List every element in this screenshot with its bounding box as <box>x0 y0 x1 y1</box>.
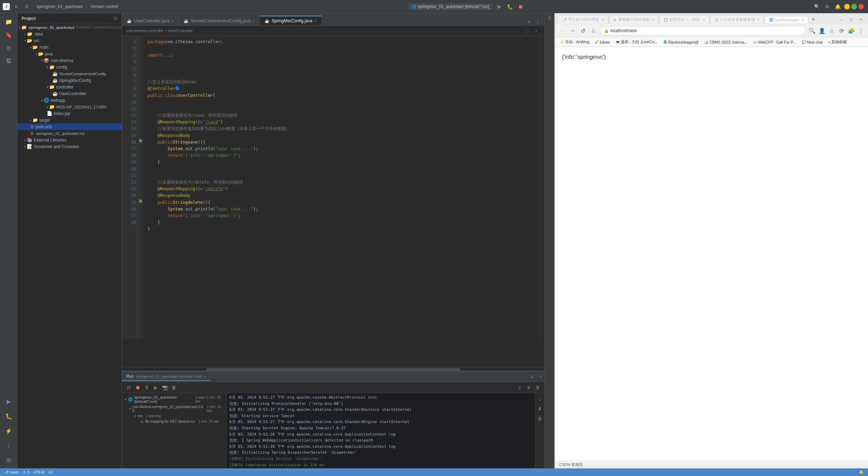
browser-extensions-icon[interactable]: 🧩 <box>847 26 855 35</box>
notifications-icon[interactable]: 🔔 <box>834 3 842 10</box>
tab-close-usercontroller[interactable]: × <box>172 19 174 23</box>
run-wrap-icon[interactable]: ↕ <box>536 395 544 403</box>
gc-btn[interactable]: 🗑 <box>170 384 178 391</box>
pause-btn[interactable]: ⏸ <box>143 384 151 391</box>
search-icon[interactable]: 🔍 <box>813 3 821 10</box>
stop-run-btn[interactable]: ⏹ <box>134 384 142 391</box>
run-tree-module[interactable]: ▾ com.itheima:springmvc_01_quickstart:wa… <box>122 404 226 413</box>
services-panel-icon[interactable]: ⚡ <box>3 425 14 436</box>
tree-item-target[interactable]: ▸ 📁 target <box>17 117 122 123</box>
fav-wikicfp[interactable]: 📖WikiCFP : Call For P... <box>751 39 798 45</box>
tree-item-controller[interactable]: ▾ 📁 controller <box>17 84 122 90</box>
tab-servletinit[interactable]: ☕ ServletContainersInitConfig.java × <box>179 16 260 25</box>
editor-scrollbar[interactable] <box>540 36 545 339</box>
browser-user-icon[interactable]: 👤 <box>818 26 826 35</box>
tab-usercontroller[interactable]: ☕ UserController.java × <box>122 16 179 25</box>
debug-button[interactable]: 🐛 <box>506 3 514 10</box>
stop-button[interactable]: ⏹ <box>517 3 524 10</box>
maven-icon[interactable]: 🏗 <box>3 56 14 67</box>
tab-close-springmvcconfig[interactable]: × <box>314 19 317 23</box>
close-editor-icon[interactable]: × <box>533 27 540 34</box>
status-warnings[interactable]: ⚠ 1 <box>23 470 29 475</box>
tab-springmvcconfig[interactable]: ☕ SpringMvcConfig.java × <box>260 16 322 25</box>
close-tab-pdd[interactable]: × <box>757 18 760 22</box>
run-tree-warning[interactable]: ⚠ No mapping for GET /favicon.ico 1 min.… <box>122 419 226 424</box>
browser-menu-icon[interactable]: ⋮ <box>857 26 865 35</box>
version-control-menu[interactable]: Version control <box>88 3 121 10</box>
run-panel-close-icon[interactable]: × <box>537 373 545 381</box>
project-icon[interactable]: 📁 <box>3 16 14 27</box>
browser-close[interactable]: × <box>857 15 865 24</box>
resume-btn[interactable]: ▶ <box>152 384 160 391</box>
tree-item-main[interactable]: ▾ 📂 main <box>17 44 122 51</box>
recent-files-icon[interactable]: ≡ <box>525 18 533 25</box>
settings-icon[interactable]: ⚙ <box>823 3 831 10</box>
menu-file[interactable]: 🗋 <box>22 3 32 10</box>
run-button[interactable]: ▶ <box>496 3 503 10</box>
editor-settings-icon[interactable]: ⋮ <box>534 18 542 25</box>
tree-item-pomxml[interactable]: 🗎 pom.xml <box>17 123 122 130</box>
status-encoding[interactable]: UTF-8 <box>33 470 44 474</box>
tree-item-webinf[interactable]: ▸ 📁 WEB-INF_20220411_171802 <box>17 103 122 110</box>
tree-item-src[interactable]: ▾ 📂 src <box>17 37 122 44</box>
tree-item-webapp[interactable]: ▾ 🌐 webapp <box>17 97 122 103</box>
debug-panel-icon[interactable]: 🐛 <box>3 410 14 422</box>
address-bar[interactable]: 🔒 localhost/save <box>600 26 806 35</box>
browser-tab-pdd[interactable]: 🛒 5.31拼多多多服务调 × <box>710 15 764 24</box>
run-scroll-end-icon[interactable]: ⬇ <box>536 405 544 413</box>
project-header[interactable]: Project ⬛ <box>17 13 122 24</box>
snapshot-btn[interactable]: 📷 <box>161 384 169 391</box>
fav-acwing[interactable]: ⚡活动 - AcWing <box>558 39 592 45</box>
tab-close-servletinit[interactable]: × <box>252 19 254 23</box>
fav-newchat[interactable]: 💬New chat <box>800 39 825 45</box>
git-icon[interactable]: ↕ <box>3 440 14 451</box>
run-clear-console-icon[interactable]: 🗑 <box>536 415 544 422</box>
run-panel-menu-icon[interactable]: ≡ <box>528 373 535 381</box>
fav-cbms[interactable]: 📊CBMS 2023: Interna... <box>702 39 749 45</box>
back-button[interactable]: ← <box>558 26 566 35</box>
fav-1draw[interactable]: 🖊1draw <box>593 39 612 45</box>
close-tab-qiuzhi[interactable]: × <box>703 18 705 22</box>
run-tab[interactable]: Run springmvc_01_quickstart [tomcat7:run… <box>122 373 210 381</box>
tree-item-scratches[interactable]: ▸ 📝 Scratches and Consoles <box>17 143 122 150</box>
tree-item-extlibs[interactable]: ▸ 📚 External Libraries <box>17 137 122 143</box>
browser-maximize[interactable]: □ <box>847 15 855 24</box>
close-tab-csdn2[interactable]: × <box>652 18 654 22</box>
window-maximize[interactable]: □ <box>851 4 857 9</box>
tree-item-idea[interactable]: ▸ 📁 .idea <box>17 31 122 37</box>
fav-more[interactable]: »其他收藏 <box>827 39 849 45</box>
tree-item-springmvccfg[interactable]: ☕ SpringMvcConfig <box>17 77 122 84</box>
browser-tab-localhost[interactable]: 🌐 localhost/save × <box>764 16 808 23</box>
collapse-project-btn[interactable]: ⬛ <box>114 17 117 20</box>
tree-item-springmvc[interactable]: ▾ 📁 springmvc_01_quickstart D:/java/02-s… <box>17 24 122 31</box>
new-tab-button[interactable]: + <box>809 15 817 24</box>
tree-item-startiml[interactable]: 🗎 springmvc_01_quickstart.iml <box>17 130 122 137</box>
browser-tab-qiuzhi[interactable]: 📋 秋招求生——第四 × <box>659 15 709 24</box>
run-panel-icon[interactable]: ▶ <box>3 396 14 407</box>
structure-icon[interactable]: ⚙ <box>3 43 14 54</box>
forward-button[interactable]: → <box>568 26 577 35</box>
close-tab-csdn1[interactable]: × <box>602 18 604 22</box>
restart-btn[interactable]: ↺ <box>125 384 132 391</box>
window-close[interactable]: × <box>858 4 864 9</box>
run-log-filter-icon[interactable]: ≣ <box>525 384 533 391</box>
tree-item-java[interactable]: ▾ 📂 java <box>17 51 122 57</box>
run-tree-run[interactable]: ▾ run 1 warning <box>122 413 226 419</box>
run-log-clear-icon[interactable]: 🗑 <box>534 384 542 391</box>
browser-tab-csdn2[interactable]: ▶ 看视频-CSDN博客 × <box>609 15 659 24</box>
tree-item-com[interactable]: ▾ 📦 com.itheima <box>17 57 122 64</box>
code-area[interactable]: package com.itheima.controller; import .… <box>143 36 540 339</box>
run-log-settings-icon[interactable]: ≡ <box>516 384 524 391</box>
bookmark-icon[interactable]: 🔖 <box>3 29 14 40</box>
fav-leetcode[interactable]: 💻题库 - 力扣 (LeetCo... <box>614 39 660 45</box>
tree-item-config[interactable]: ▾ 📁 config <box>17 64 122 70</box>
browser-search-icon[interactable]: 🔍 <box>808 26 816 35</box>
tree-item-servlet[interactable]: ☕ ServletContainersInitConfig <box>17 70 122 77</box>
status-line-sep[interactable]: LF <box>48 470 53 474</box>
browser-tab-csdn1[interactable]: 📝 写文章-CSDN博客 × <box>558 15 609 24</box>
browser-refresh-icon[interactable]: ⟳ <box>837 26 846 35</box>
browser-minimize[interactable]: − <box>837 15 846 24</box>
reload-button[interactable]: ↺ <box>579 26 587 35</box>
fav-blackout[interactable]: 🐉Blackoutdragon@ <box>661 39 701 45</box>
run-tree-root[interactable]: ▾ 🌐 springmvc_01_quickstart [tomcat7:run… <box>122 394 226 404</box>
